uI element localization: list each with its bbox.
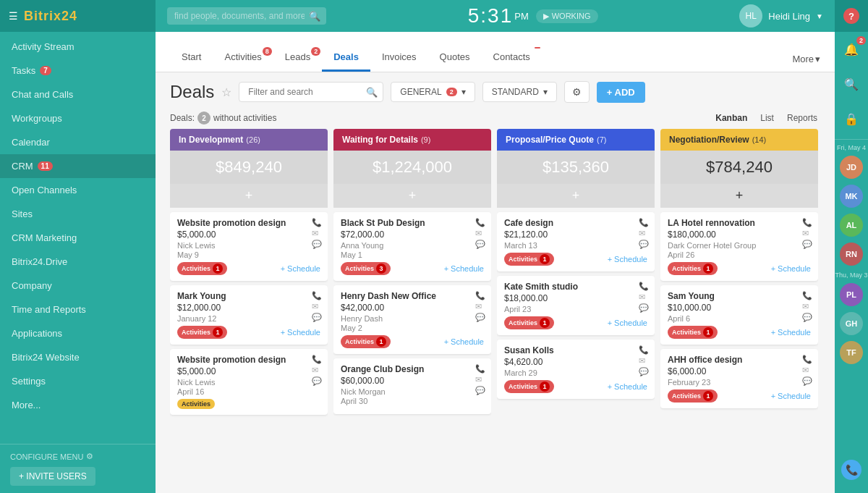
- comment-icon[interactable]: 💬: [802, 313, 812, 322]
- hamburger-icon[interactable]: ☰: [9, 10, 18, 22]
- email-icon[interactable]: ✉: [475, 375, 485, 384]
- email-icon[interactable]: ✉: [802, 366, 812, 375]
- schedule-link[interactable]: + Schedule: [608, 319, 647, 327]
- comment-icon[interactable]: 💬: [475, 313, 485, 322]
- lock-icon[interactable]: 🔒: [840, 107, 863, 130]
- reports-view-button[interactable]: Reports: [784, 111, 820, 125]
- comment-icon[interactable]: 💬: [639, 303, 649, 313]
- add-deal-button[interactable]: + ADD: [597, 82, 645, 103]
- comment-icon[interactable]: 💬: [312, 313, 322, 322]
- sidebar-item-crm-marketing[interactable]: CRM Marketing: [0, 226, 156, 250]
- activities-tag[interactable]: Activities 1: [177, 326, 227, 339]
- email-icon[interactable]: ✉: [475, 229, 485, 238]
- phone-icon[interactable]: 📞: [802, 218, 812, 227]
- email-icon[interactable]: ✉: [312, 229, 322, 238]
- sidebar-item-bitrix24-website[interactable]: Bitrix24 Website: [0, 345, 156, 369]
- tab-activities[interactable]: Activities 8: [213, 41, 273, 72]
- kanban-view-button[interactable]: Kanban: [712, 111, 750, 125]
- activities-tag[interactable]: Activities: [177, 399, 215, 409]
- configure-menu-link[interactable]: CONFIGURE MENU ⚙: [10, 452, 145, 461]
- user-area[interactable]: HL Heidi Ling ▼: [739, 4, 823, 28]
- schedule-link[interactable]: + Schedule: [281, 264, 320, 273]
- activities-tag[interactable]: Activities 1: [504, 316, 554, 329]
- sidebar-item-open-channels[interactable]: Open Channels: [0, 178, 156, 202]
- contact-avatar-6[interactable]: GH: [840, 312, 863, 335]
- phone-icon[interactable]: 📞: [802, 291, 812, 300]
- sidebar-item-chat[interactable]: Chat and Calls: [0, 83, 156, 106]
- tabs-more[interactable]: More ▾: [792, 43, 820, 72]
- contact-avatar-5[interactable]: PL: [840, 283, 863, 306]
- search-input[interactable]: [167, 7, 326, 25]
- phone-icon[interactable]: 📞: [312, 355, 322, 364]
- working-status[interactable]: ▶ WORKING: [536, 9, 598, 23]
- comment-icon[interactable]: 💬: [475, 240, 485, 249]
- phone-icon[interactable]: 📞: [475, 364, 485, 374]
- schedule-link[interactable]: + Schedule: [281, 328, 320, 337]
- schedule-link[interactable]: + Schedule: [608, 255, 647, 264]
- contact-avatar-3[interactable]: AL: [840, 214, 863, 237]
- sidebar-item-settings[interactable]: Settings: [0, 369, 156, 393]
- sidebar-item-sites[interactable]: Sites: [0, 202, 156, 226]
- tab-invoices[interactable]: Invoices: [370, 41, 428, 72]
- phone-icon[interactable]: 📞: [639, 282, 649, 291]
- comment-icon[interactable]: 💬: [312, 240, 322, 249]
- activities-tag[interactable]: Activities 1: [504, 380, 554, 393]
- star-icon[interactable]: ☆: [221, 85, 231, 99]
- activities-tag[interactable]: Activities 3: [341, 262, 391, 275]
- tab-leads[interactable]: Leads 2: [273, 41, 322, 72]
- phone-icon[interactable]: 📞: [475, 291, 485, 300]
- tab-contacts[interactable]: Contacts: [482, 41, 542, 72]
- search-icon[interactable]: 🔍: [309, 11, 320, 22]
- email-icon[interactable]: ✉: [312, 366, 322, 375]
- sidebar-item-time-reports[interactable]: Time and Reports: [0, 298, 156, 321]
- phone-icon[interactable]: 📞: [312, 291, 322, 300]
- search-icon[interactable]: 🔍: [840, 72, 863, 96]
- email-icon[interactable]: ✉: [639, 292, 649, 302]
- email-icon[interactable]: ✉: [639, 356, 649, 366]
- email-icon[interactable]: ✉: [639, 229, 649, 238]
- tab-start[interactable]: Start: [170, 41, 213, 72]
- notifications-icon[interactable]: 🔔 2: [840, 38, 863, 61]
- email-icon[interactable]: ✉: [312, 302, 322, 311]
- comment-icon[interactable]: 💬: [639, 240, 649, 249]
- contact-avatar-4[interactable]: RN: [840, 243, 863, 266]
- schedule-link[interactable]: + Schedule: [444, 337, 484, 346]
- contact-avatar-2[interactable]: MK: [840, 185, 863, 208]
- comment-icon[interactable]: 💬: [802, 376, 812, 386]
- tab-quotes[interactable]: Quotes: [428, 41, 482, 72]
- sidebar-item-calendar[interactable]: Calendar: [0, 130, 156, 154]
- sidebar-item-workgroups[interactable]: Workgroups: [0, 106, 156, 130]
- activities-tag[interactable]: Activities 1: [341, 335, 391, 348]
- tab-deals[interactable]: Deals: [322, 41, 370, 72]
- schedule-link[interactable]: + Schedule: [608, 382, 647, 391]
- activities-tag[interactable]: Activities 1: [668, 389, 718, 403]
- sidebar-item-company[interactable]: Company: [0, 274, 156, 298]
- phone-icon[interactable]: 📞: [475, 218, 485, 227]
- column-add-proposal[interactable]: +: [497, 184, 655, 208]
- sidebar-item-applications[interactable]: Applications: [0, 321, 156, 345]
- contact-avatar-1[interactable]: JD: [840, 156, 863, 179]
- email-icon[interactable]: ✉: [802, 229, 812, 238]
- column-add-waiting[interactable]: +: [333, 184, 491, 208]
- activities-tag[interactable]: Activities 1: [668, 262, 718, 275]
- sidebar-item-tasks[interactable]: Tasks 7: [0, 59, 156, 83]
- contact-avatar-7[interactable]: TF: [840, 341, 863, 364]
- sidebar-item-more[interactable]: More...: [0, 393, 156, 417]
- activities-tag[interactable]: Activities 1: [177, 262, 227, 275]
- comment-icon[interactable]: 💬: [802, 240, 812, 249]
- sidebar-item-crm[interactable]: CRM 11: [0, 154, 156, 178]
- column-add-in-development[interactable]: +: [170, 184, 328, 208]
- email-icon[interactable]: ✉: [802, 302, 812, 311]
- activities-tag[interactable]: Activities 1: [504, 253, 554, 266]
- schedule-link[interactable]: + Schedule: [771, 328, 811, 337]
- settings-button[interactable]: ⚙: [564, 81, 590, 103]
- email-icon[interactable]: ✉: [475, 302, 485, 311]
- column-add-negotiation[interactable]: +: [660, 184, 818, 208]
- invite-users-button[interactable]: + INVITE USERS: [10, 467, 95, 486]
- schedule-link[interactable]: + Schedule: [771, 264, 811, 273]
- comment-icon[interactable]: 💬: [639, 367, 649, 376]
- schedule-link[interactable]: + Schedule: [444, 264, 484, 273]
- sidebar-item-drive[interactable]: Bitrix24.Drive: [0, 250, 156, 274]
- phone-icon[interactable]: 📞: [312, 218, 322, 227]
- activities-tag[interactable]: Activities 1: [668, 326, 718, 339]
